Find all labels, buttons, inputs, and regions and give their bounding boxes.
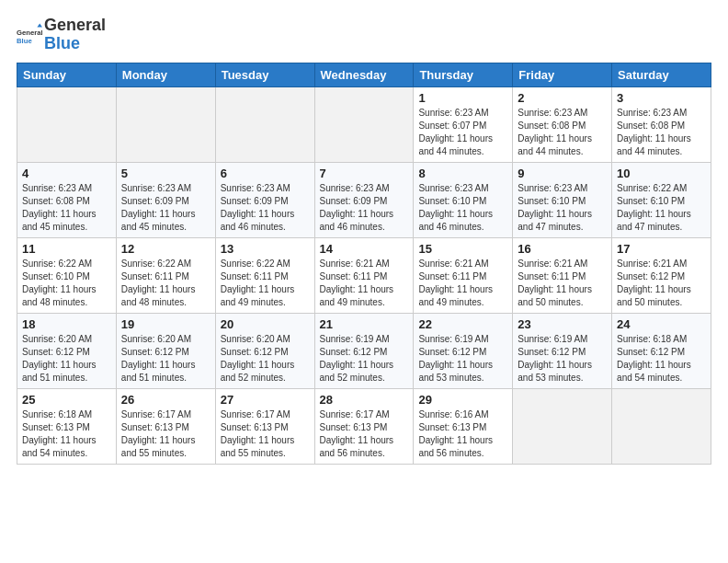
day-info: Sunrise: 6:23 AMSunset: 6:09 PMDaylight:… <box>221 182 310 234</box>
calendar-header-row: SundayMondayTuesdayWednesdayThursdayFrid… <box>17 63 711 86</box>
day-info: Sunrise: 6:18 AMSunset: 6:12 PMDaylight:… <box>617 333 706 385</box>
day-info: Sunrise: 6:23 AMSunset: 6:09 PMDaylight:… <box>121 182 210 234</box>
calendar-cell: 22Sunrise: 6:19 AMSunset: 6:12 PMDayligh… <box>414 313 513 388</box>
calendar-cell <box>116 86 215 162</box>
col-header-tuesday: Tuesday <box>215 63 314 86</box>
calendar-week-row: 11Sunrise: 6:22 AMSunset: 6:10 PMDayligh… <box>17 237 711 313</box>
day-info: Sunrise: 6:23 AMSunset: 6:09 PMDaylight:… <box>320 182 409 234</box>
day-number: 1 <box>418 91 507 105</box>
day-number: 13 <box>221 242 310 256</box>
header: General Blue GeneralBlue <box>17 17 711 53</box>
day-number: 28 <box>320 393 409 407</box>
col-header-saturday: Saturday <box>612 63 711 86</box>
calendar-cell: 14Sunrise: 6:21 AMSunset: 6:11 PMDayligh… <box>314 237 414 313</box>
day-info: Sunrise: 6:22 AMSunset: 6:10 PMDaylight:… <box>617 182 706 234</box>
calendar-cell <box>215 86 314 162</box>
calendar-cell: 9Sunrise: 6:23 AMSunset: 6:10 PMDaylight… <box>513 162 612 237</box>
day-info: Sunrise: 6:20 AMSunset: 6:12 PMDaylight:… <box>22 333 111 385</box>
day-info: Sunrise: 6:18 AMSunset: 6:13 PMDaylight:… <box>22 408 111 460</box>
calendar-cell: 12Sunrise: 6:22 AMSunset: 6:11 PMDayligh… <box>116 237 215 313</box>
calendar-cell: 8Sunrise: 6:23 AMSunset: 6:10 PMDaylight… <box>414 162 513 237</box>
calendar-table: SundayMondayTuesdayWednesdayThursdayFrid… <box>17 63 711 465</box>
day-info: Sunrise: 6:23 AMSunset: 6:10 PMDaylight:… <box>518 182 607 234</box>
day-number: 2 <box>518 91 607 105</box>
day-number: 7 <box>320 167 409 180</box>
calendar-week-row: 18Sunrise: 6:20 AMSunset: 6:12 PMDayligh… <box>17 313 711 388</box>
day-number: 9 <box>518 167 607 180</box>
svg-marker-2 <box>37 23 42 27</box>
calendar-cell: 29Sunrise: 6:16 AMSunset: 6:13 PMDayligh… <box>414 388 513 464</box>
calendar-cell: 28Sunrise: 6:17 AMSunset: 6:13 PMDayligh… <box>314 388 414 464</box>
day-info: Sunrise: 6:21 AMSunset: 6:11 PMDaylight:… <box>418 258 507 309</box>
calendar-cell: 5Sunrise: 6:23 AMSunset: 6:09 PMDaylight… <box>116 162 215 237</box>
svg-text:Blue: Blue <box>17 37 32 45</box>
day-info: Sunrise: 6:21 AMSunset: 6:12 PMDaylight:… <box>617 258 706 309</box>
day-info: Sunrise: 6:20 AMSunset: 6:12 PMDaylight:… <box>121 333 210 385</box>
calendar-cell: 2Sunrise: 6:23 AMSunset: 6:08 PMDaylight… <box>513 86 612 162</box>
calendar-cell <box>17 86 117 162</box>
calendar-cell: 16Sunrise: 6:21 AMSunset: 6:11 PMDayligh… <box>513 237 612 313</box>
day-info: Sunrise: 6:22 AMSunset: 6:11 PMDaylight:… <box>221 258 310 309</box>
day-number: 3 <box>617 91 706 105</box>
day-info: Sunrise: 6:22 AMSunset: 6:11 PMDaylight:… <box>121 258 210 309</box>
day-number: 26 <box>121 393 210 407</box>
day-number: 27 <box>221 393 310 407</box>
calendar-cell: 25Sunrise: 6:18 AMSunset: 6:13 PMDayligh… <box>17 388 117 464</box>
day-number: 6 <box>221 167 310 180</box>
day-number: 22 <box>418 317 507 331</box>
day-number: 12 <box>121 242 210 256</box>
day-info: Sunrise: 6:19 AMSunset: 6:12 PMDaylight:… <box>518 333 607 385</box>
day-number: 10 <box>617 167 706 180</box>
logo-icon: General Blue <box>17 22 42 48</box>
calendar-week-row: 4Sunrise: 6:23 AMSunset: 6:08 PMDaylight… <box>17 162 711 237</box>
col-header-friday: Friday <box>513 63 612 86</box>
day-info: Sunrise: 6:23 AMSunset: 6:08 PMDaylight:… <box>518 107 607 158</box>
calendar-cell: 17Sunrise: 6:21 AMSunset: 6:12 PMDayligh… <box>612 237 711 313</box>
day-info: Sunrise: 6:23 AMSunset: 6:10 PMDaylight:… <box>418 182 507 234</box>
day-info: Sunrise: 6:22 AMSunset: 6:10 PMDaylight:… <box>22 258 111 309</box>
day-number: 18 <box>22 317 111 331</box>
day-number: 14 <box>320 242 409 256</box>
day-info: Sunrise: 6:21 AMSunset: 6:11 PMDaylight:… <box>518 258 607 309</box>
svg-text:General: General <box>17 29 42 37</box>
day-number: 11 <box>22 242 111 256</box>
logo-text: GeneralBlue <box>44 17 106 53</box>
calendar-cell: 24Sunrise: 6:18 AMSunset: 6:12 PMDayligh… <box>612 313 711 388</box>
calendar-cell: 11Sunrise: 6:22 AMSunset: 6:10 PMDayligh… <box>17 237 117 313</box>
calendar-cell <box>513 388 612 464</box>
day-info: Sunrise: 6:17 AMSunset: 6:13 PMDaylight:… <box>121 408 210 460</box>
day-info: Sunrise: 6:17 AMSunset: 6:13 PMDaylight:… <box>221 408 310 460</box>
day-info: Sunrise: 6:19 AMSunset: 6:12 PMDaylight:… <box>418 333 507 385</box>
day-number: 25 <box>22 393 111 407</box>
day-number: 17 <box>617 242 706 256</box>
calendar-cell: 27Sunrise: 6:17 AMSunset: 6:13 PMDayligh… <box>215 388 314 464</box>
calendar-cell: 10Sunrise: 6:22 AMSunset: 6:10 PMDayligh… <box>612 162 711 237</box>
calendar-cell: 6Sunrise: 6:23 AMSunset: 6:09 PMDaylight… <box>215 162 314 237</box>
calendar-cell: 3Sunrise: 6:23 AMSunset: 6:08 PMDaylight… <box>612 86 711 162</box>
calendar-cell: 7Sunrise: 6:23 AMSunset: 6:09 PMDaylight… <box>314 162 414 237</box>
logo: General Blue GeneralBlue <box>17 17 106 53</box>
day-number: 24 <box>617 317 706 331</box>
col-header-sunday: Sunday <box>17 63 117 86</box>
day-info: Sunrise: 6:21 AMSunset: 6:11 PMDaylight:… <box>320 258 409 309</box>
day-info: Sunrise: 6:20 AMSunset: 6:12 PMDaylight:… <box>221 333 310 385</box>
calendar-cell: 13Sunrise: 6:22 AMSunset: 6:11 PMDayligh… <box>215 237 314 313</box>
day-info: Sunrise: 6:23 AMSunset: 6:07 PMDaylight:… <box>418 107 507 158</box>
day-info: Sunrise: 6:16 AMSunset: 6:13 PMDaylight:… <box>418 408 507 460</box>
calendar-week-row: 25Sunrise: 6:18 AMSunset: 6:13 PMDayligh… <box>17 388 711 464</box>
day-number: 5 <box>121 167 210 180</box>
day-number: 23 <box>518 317 607 331</box>
day-number: 19 <box>121 317 210 331</box>
day-info: Sunrise: 6:23 AMSunset: 6:08 PMDaylight:… <box>617 107 706 158</box>
col-header-wednesday: Wednesday <box>314 63 414 86</box>
calendar-cell: 21Sunrise: 6:19 AMSunset: 6:12 PMDayligh… <box>314 313 414 388</box>
calendar-cell <box>314 86 414 162</box>
day-info: Sunrise: 6:23 AMSunset: 6:08 PMDaylight:… <box>22 182 111 234</box>
day-number: 4 <box>22 167 111 180</box>
calendar-cell: 26Sunrise: 6:17 AMSunset: 6:13 PMDayligh… <box>116 388 215 464</box>
day-number: 16 <box>518 242 607 256</box>
col-header-thursday: Thursday <box>414 63 513 86</box>
day-number: 8 <box>418 167 507 180</box>
day-info: Sunrise: 6:17 AMSunset: 6:13 PMDaylight:… <box>320 408 409 460</box>
calendar-week-row: 1Sunrise: 6:23 AMSunset: 6:07 PMDaylight… <box>17 86 711 162</box>
